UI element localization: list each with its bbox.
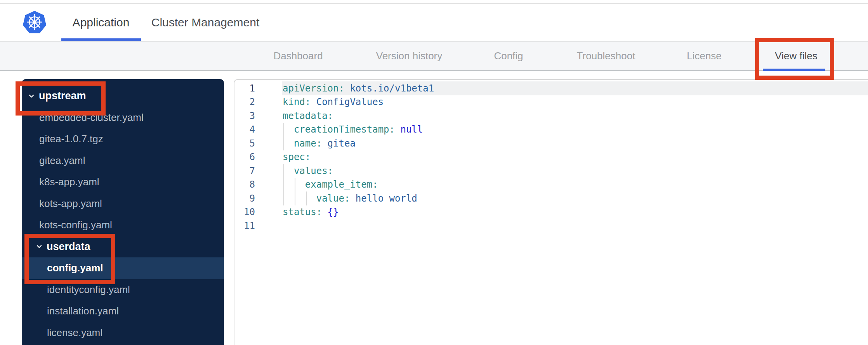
tree-file-identityconfig.yaml[interactable]: identityconfig.yaml <box>22 279 224 301</box>
code-line-text: values: <box>283 164 333 178</box>
line-number: 7 <box>234 164 255 178</box>
code-line: 8 example_item: <box>234 178 868 192</box>
code-line-text: creationTimestamp: null <box>283 123 423 137</box>
tree-file-license.yaml[interactable]: license.yaml <box>22 322 224 344</box>
tree-folder-userdata[interactable]: userdata <box>22 236 224 258</box>
code-line: 5 name: gitea <box>234 136 868 150</box>
tree-file-config.yaml[interactable]: config.yaml <box>22 257 224 279</box>
code-line-text: metadata: <box>283 109 333 123</box>
tree-file-kots-app.yaml[interactable]: kots-app.yaml <box>22 193 224 215</box>
code-line: 2kind: ConfigValues <box>234 95 868 109</box>
tree-file-gitea-1.0.7.tgz[interactable]: gitea-1.0.7.tgz <box>22 128 224 150</box>
tree-item-label: kots-app.yaml <box>39 198 102 210</box>
kots-admin-console: Application Cluster Management Dashboard… <box>0 0 868 345</box>
code-editor[interactable]: 1apiVersion: kots.io/v1beta12kind: Confi… <box>234 79 868 345</box>
tree-file-k8s-app.yaml[interactable]: k8s-app.yaml <box>22 171 224 193</box>
code-line-text: status: {} <box>283 205 339 219</box>
tab-license[interactable]: License <box>687 41 722 70</box>
tab-application[interactable]: Application <box>73 4 130 41</box>
line-number: 4 <box>234 123 255 137</box>
tree-file-kots-config.yaml[interactable]: kots-config.yaml <box>22 214 224 236</box>
tab-dashboard[interactable]: Dashboard <box>273 41 323 70</box>
code-line: 6spec: <box>234 150 868 164</box>
line-number: 3 <box>234 109 255 123</box>
code-line: 10status: {} <box>234 205 868 219</box>
file-tree-sidebar: upstreamembedded-cluster.yamlgitea-1.0.7… <box>22 79 224 345</box>
tree-item-label: license.yaml <box>47 327 102 339</box>
tab-cluster-management[interactable]: Cluster Management <box>151 4 259 41</box>
tab-view-files[interactable]: View files <box>775 41 817 70</box>
kubernetes-logo-icon <box>22 10 47 34</box>
tree-item-label: config.yaml <box>47 262 103 274</box>
code-line-text: kind: ConfigValues <box>283 95 384 109</box>
tree-item-label: userdata <box>47 241 90 253</box>
code-line: 3metadata: <box>234 109 868 123</box>
code-line-text: value: hello world <box>283 191 417 205</box>
code-line: 4 creationTimestamp: null <box>234 123 868 137</box>
tree-item-label: gitea.yaml <box>39 155 85 167</box>
chevron-down-icon[interactable] <box>28 93 35 100</box>
top-bar: Application Cluster Management <box>0 4 868 41</box>
line-number: 1 <box>234 81 255 95</box>
line-number: 5 <box>234 136 255 150</box>
active-tab-underline <box>61 38 141 41</box>
tree-item-label: k8s-app.yaml <box>39 176 99 188</box>
tab-config[interactable]: Config <box>494 41 523 70</box>
tree-folder-upstream[interactable]: upstream <box>22 85 224 107</box>
tree-file-embedded-cluster.yaml[interactable]: embedded-cluster.yaml <box>22 107 224 129</box>
code-line-text: spec: <box>283 150 311 164</box>
code-line-text: apiVersion: kots.io/v1beta1 <box>283 81 434 95</box>
tree-file-installation.yaml[interactable]: installation.yaml <box>22 300 224 322</box>
line-number: 11 <box>234 219 255 233</box>
tab-version-history[interactable]: Version history <box>376 41 443 70</box>
active-nav-underline <box>763 69 825 71</box>
tree-item-label: upstream <box>39 90 86 102</box>
tree-item-label: identityconfig.yaml <box>47 284 130 296</box>
code-line-text: example_item: <box>283 178 378 192</box>
tree-item-label: installation.yaml <box>47 305 119 317</box>
code-line: 11 <box>234 219 868 233</box>
line-number: 6 <box>234 150 255 164</box>
code-line-text: name: gitea <box>283 136 356 150</box>
code-line: 1apiVersion: kots.io/v1beta1 <box>234 81 868 95</box>
tree-item-label: kots-config.yaml <box>39 219 112 231</box>
app-nav-bar: Dashboard Version history Config Trouble… <box>0 41 868 71</box>
tree-file-gitea.yaml[interactable]: gitea.yaml <box>22 150 224 172</box>
code-line: 9 value: hello world <box>234 191 868 205</box>
line-number: 9 <box>234 191 255 205</box>
tree-item-label: embedded-cluster.yaml <box>39 112 144 124</box>
chevron-down-icon[interactable] <box>36 243 43 250</box>
line-number: 8 <box>234 178 255 192</box>
tab-troubleshoot[interactable]: Troubleshoot <box>577 41 635 70</box>
code-line: 7 values: <box>234 164 868 178</box>
line-number: 2 <box>234 95 255 109</box>
line-number: 10 <box>234 205 255 219</box>
tree-item-label: gitea-1.0.7.tgz <box>39 133 103 145</box>
